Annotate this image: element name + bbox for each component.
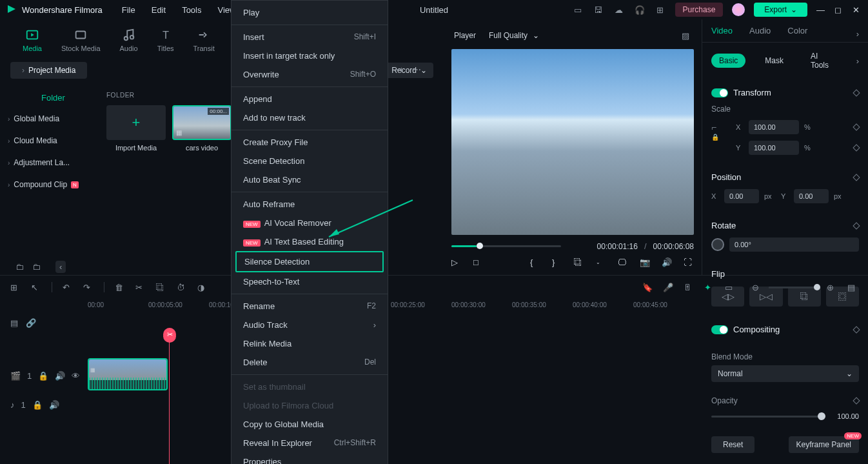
player-progress-slider[interactable] — [451, 245, 561, 247]
auto-icon[interactable]: ✦ — [704, 283, 715, 292]
visibility-icon[interactable]: 👁 — [72, 371, 80, 381]
apps-icon[interactable]: ⊞ — [655, 4, 666, 15]
props-tab-color[interactable]: Color — [787, 26, 807, 42]
props-tab-video[interactable]: Video — [711, 26, 733, 42]
volume-icon[interactable]: 🔊 — [662, 257, 672, 267]
lock-icon[interactable]: 🔒 — [32, 400, 43, 410]
pos-y-input[interactable] — [794, 189, 829, 203]
filter-icon[interactable]: ⫤ — [395, 65, 405, 74]
keyframe-icon[interactable] — [853, 144, 860, 151]
tab-audio[interactable]: Audio — [120, 28, 138, 52]
link-icon[interactable]: ⌐ — [711, 122, 716, 132]
delete-folder-icon[interactable]: 🗀 — [32, 262, 43, 272]
scale-x-input[interactable] — [749, 120, 799, 134]
camera-icon[interactable]: 📷 — [640, 257, 650, 267]
mute-icon[interactable]: 🔊 — [55, 371, 65, 381]
chevron-right-icon[interactable]: › — [856, 56, 859, 66]
subtab-ai-tools[interactable]: AI Tools — [803, 49, 845, 72]
pos-x-input[interactable] — [724, 189, 759, 203]
timeline-ruler[interactable]: 00:00 00:00:05:00 00:00:10:00 00:00:25:0… — [0, 299, 868, 313]
ctx-overwrite[interactable]: OverwriteShift+O — [232, 65, 388, 84]
lock-icon[interactable]: 🔒 — [711, 134, 719, 141]
transform-toggle[interactable] — [711, 88, 728, 97]
frame-icon[interactable]: ▭ — [725, 283, 735, 292]
keyframe-icon[interactable] — [853, 123, 860, 130]
rotate-input[interactable] — [729, 237, 859, 252]
collapse-sidebar-icon[interactable]: ‹ — [55, 261, 66, 273]
more-icon[interactable]: ⋯ — [413, 65, 423, 74]
subtab-mask[interactable]: Mask — [757, 54, 791, 68]
ctx-insert[interactable]: InsertShift+I — [232, 28, 388, 46]
chevron-right-icon[interactable]: › — [856, 29, 859, 39]
select-icon[interactable]: ↖ — [31, 283, 41, 292]
ctx-speech-to-text[interactable]: Speech-to-Text — [232, 272, 388, 291]
menu-tools[interactable]: Tools — [182, 5, 201, 15]
color-icon[interactable]: ◑ — [197, 283, 208, 292]
close-icon[interactable]: ✕ — [853, 5, 862, 15]
sidebar-cloud-media[interactable]: ›Cloud Media — [0, 130, 106, 152]
cloud-icon[interactable]: ☁ — [613, 4, 625, 15]
ctx-silence-detection[interactable]: Silence Detection — [235, 251, 384, 272]
ctx-insert-in-target-track-only[interactable]: Insert in target track only — [232, 46, 388, 65]
undo-icon[interactable]: ↶ — [63, 283, 73, 292]
playhead[interactable]: ✂ — [169, 332, 170, 464]
video-track-1[interactable]: 🎬 1 🔒 🔊 👁 ▦ — [0, 358, 868, 393]
menu-file[interactable]: File — [122, 5, 135, 15]
user-avatar[interactable] — [732, 3, 745, 16]
zoom-in-icon[interactable]: ⊕ — [827, 283, 837, 292]
tab-stock-media[interactable]: Stock Media — [61, 28, 101, 52]
export-button[interactable]: Export⌄ — [754, 3, 807, 17]
subtab-basic[interactable]: Basic — [711, 54, 745, 68]
menu-edit[interactable]: Edit — [152, 5, 166, 15]
ctx-add-to-new-track[interactable]: Add to new track — [232, 108, 388, 127]
mute-icon[interactable]: 🔊 — [49, 400, 59, 410]
tab-titles[interactable]: T Titles — [157, 28, 174, 52]
ctx-copy-to-global-media[interactable]: Copy to Global Media — [232, 415, 388, 434]
ctx-create-proxy-file[interactable]: Create Proxy File — [232, 133, 388, 152]
ctx-relink-media[interactable]: Relink Media — [232, 334, 388, 353]
trash-icon[interactable]: 🗑 — [115, 283, 125, 292]
layout-icon[interactable]: ▭ — [572, 4, 584, 15]
ctx-delete[interactable]: DeleteDel — [232, 353, 388, 372]
player-viewport[interactable] — [451, 49, 694, 235]
ctx-scene-detection[interactable]: Scene Detection — [232, 152, 388, 170]
display-icon[interactable]: 🖵 — [618, 257, 628, 267]
sidebar-global-media[interactable]: ›Global Media — [0, 108, 106, 130]
keyframe-icon[interactable] — [853, 89, 860, 96]
grid-icon[interactable]: ⊞ — [10, 283, 21, 292]
zoom-slider[interactable] — [769, 287, 820, 288]
ctx-ai-text-based-editing[interactable]: NEWAI Text Based Editing — [232, 232, 388, 251]
ctx-auto-reframe[interactable]: Auto Reframe — [232, 195, 388, 214]
media-clip-cars-video[interactable]: ▦ cars video — [172, 105, 232, 152]
minimize-icon[interactable]: — — [816, 5, 825, 15]
cut-icon[interactable]: ✂ — [135, 283, 146, 292]
snapshot-icon[interactable]: ▨ — [680, 30, 691, 41]
track-layers-icon[interactable]: ▤ — [10, 318, 21, 328]
ctx-rename[interactable]: RenameF2 — [232, 297, 388, 316]
sidebar-folder[interactable]: Folder — [0, 88, 106, 108]
stop-icon[interactable]: □ — [473, 257, 484, 267]
sidebar-adjustment-layer[interactable]: ›Adjustment La... — [0, 152, 106, 174]
sidebar-compound-clip[interactable]: ›Compound ClipN — [0, 174, 106, 196]
rotate-knob[interactable] — [711, 238, 724, 251]
ctx-properties[interactable]: Properties — [232, 452, 388, 464]
headphones-icon[interactable]: 🎧 — [634, 4, 646, 15]
mark-in-icon[interactable]: { — [530, 257, 540, 267]
crop-icon[interactable]: ⿻ — [156, 283, 166, 292]
timeline-clip[interactable]: ▦ — [88, 358, 168, 390]
import-media-tile[interactable]: + Import Media — [106, 105, 166, 152]
lock-icon[interactable]: 🔒 — [38, 371, 48, 381]
mark-out-icon[interactable]: } — [552, 257, 562, 267]
track-link-icon[interactable]: 🔗 — [26, 318, 36, 328]
ctx-append[interactable]: Append — [232, 90, 388, 108]
tab-media[interactable]: Media — [23, 28, 42, 52]
zoom-out-icon[interactable]: ⊖ — [752, 283, 762, 292]
tab-transitions[interactable]: Transit — [193, 28, 215, 52]
props-tab-audio[interactable]: Audio — [749, 26, 771, 42]
ctx-play[interactable]: Play — [232, 3, 388, 22]
ctx-reveal-in-explorer[interactable]: Reveal In ExplorerCtrl+Shift+R — [232, 434, 388, 452]
zoom-fit-icon[interactable]: ▤ — [847, 283, 858, 292]
marker-icon[interactable]: 🔖 — [642, 283, 653, 292]
project-media-button[interactable]: ›Project Media — [10, 62, 87, 79]
ctx-ai-vocal-remover[interactable]: NEWAI Vocal Remover — [232, 214, 388, 232]
